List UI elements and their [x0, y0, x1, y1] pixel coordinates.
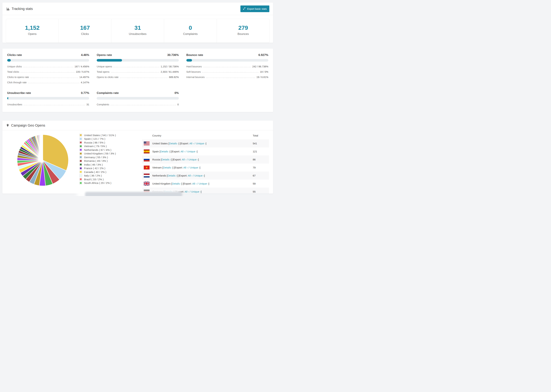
export-all-link[interactable]: All › [192, 182, 197, 185]
legend-item-south-africa[interactable]: South Africa ( 29 / 2% ) [79, 181, 142, 185]
legend-label: Romania ( 49 / 3% ) [84, 159, 108, 163]
total-value: 86 [253, 158, 269, 161]
legend-item-spain[interactable]: Spain ( 121 / 7% ) [79, 137, 142, 141]
table-header-country: Country [142, 134, 253, 137]
country-links: Spain [Details ›] [Export: All › / Uniqu… [152, 150, 198, 153]
legend-label: Brazil ( 33 / 2% ) [84, 177, 104, 181]
legend-item-germany[interactable]: Germany ( 55 / 3% ) [79, 155, 142, 159]
country-cell: Spain [Details ›] [Export: All › / Uniqu… [142, 149, 253, 154]
legend-item-romania[interactable]: Romania ( 49 / 3% ) [79, 159, 142, 163]
export-basic-stats-button[interactable]: Export basic stats [240, 6, 269, 12]
progress-bar [97, 97, 179, 99]
rate-row-value: 14.497% [79, 76, 89, 78]
export-unique-link[interactable]: Unique › [187, 150, 197, 153]
campaign-geo-opens-card: Campaign Geo Opens United States ( 541 /… [2, 121, 273, 194]
legend-item-canada[interactable]: Canada ( 40 / 2% ) [79, 170, 142, 174]
rate-row-label: Opens to clicks rate [97, 76, 118, 78]
details-link[interactable]: Details › [169, 142, 178, 145]
export-separator[interactable]: / [189, 190, 191, 193]
details-link[interactable]: Details › [162, 158, 171, 161]
rate-row-label: Unique opens [97, 65, 112, 68]
export-separator[interactable]: / [185, 150, 187, 153]
export-unique-link[interactable]: Unique › [194, 174, 204, 177]
export-all-link[interactable]: All › [184, 190, 189, 193]
rate-row: Unique opens1,152 / 30.736% [97, 65, 179, 68]
country-name: United Kingdom [152, 182, 171, 185]
rate-row: Unsubscribes31 [7, 103, 89, 106]
rate-head: Bounce rate6.927% [186, 53, 268, 57]
geo-card-header: Campaign Geo Opens [2, 121, 273, 130]
legend-item-italy[interactable]: Italy ( 36 / 2% ) [79, 174, 142, 177]
details-link[interactable]: Details › [160, 150, 170, 153]
export-icon [243, 7, 246, 10]
export-unique-link[interactable]: Unique › [188, 158, 198, 161]
legend-label: Netherlands ( 67 / 4% ) [84, 148, 111, 152]
legend-label: France ( 42 / 2% ) [84, 166, 105, 170]
stat-card-unsubscribes: 31Unsubscribes [111, 19, 164, 42]
rate-row: Unique clicks167 / 4.456% [7, 65, 89, 68]
export-unique-link[interactable]: Unique › [199, 182, 209, 185]
legend-item-russia[interactable]: Russia ( 86 / 5% ) [79, 141, 142, 145]
dotted-leader [23, 105, 85, 105]
legend-item-united-kingdom[interactable]: United Kingdom ( 59 / 3% ) [79, 152, 142, 155]
legend-swatch [79, 148, 82, 151]
export-all-link[interactable]: All › [182, 158, 186, 161]
progress-fill [7, 97, 8, 99]
country-links: Netherlands [Details ›] [Export: All › /… [152, 174, 205, 177]
export-separator[interactable]: / [192, 174, 194, 177]
stat-value: 0 [165, 25, 216, 31]
stat-summary: 1,152Opens167Clicks31Unsubscribes0Compla… [6, 19, 270, 43]
country-links: Vietnam [Details ›] [Export: All › / Uni… [152, 166, 200, 169]
progress-bar [7, 97, 89, 99]
rate-value: 30.736% [167, 53, 179, 57]
stat-label: Unsubscribes [113, 32, 163, 36]
details-link[interactable]: Details › [163, 166, 172, 169]
bracket-text: ] [Export: [178, 142, 189, 145]
stat-value: 31 [113, 25, 163, 31]
map-pin-icon [6, 124, 9, 127]
bracket-text: ] [200, 166, 200, 169]
export-separator[interactable]: / [186, 158, 188, 161]
export-all-link[interactable]: All › [190, 142, 194, 145]
export-all-link[interactable]: All › [188, 174, 192, 177]
country-name: Spain [152, 150, 160, 153]
legend-label: United States ( 541 / 31% ) [84, 133, 116, 137]
rate-row-value: 4.147% [81, 81, 89, 84]
bar-chart-icon [6, 7, 10, 11]
legend-label: India ( 46 / 3% ) [84, 163, 103, 167]
details-link[interactable]: Details › [168, 174, 177, 177]
legend-swatch [79, 182, 82, 184]
legend-item-india[interactable]: India ( 46 / 3% ) [79, 163, 142, 167]
export-unique-link[interactable]: Unique › [196, 142, 206, 145]
country-name: Russia [152, 158, 161, 161]
rate-title: Clicks rate [7, 53, 22, 57]
rate-rows: Unique opens1,152 / 30.736%Total opens2,… [97, 65, 179, 78]
total-value: 79 [253, 166, 269, 169]
stat-value: 1,152 [7, 25, 57, 31]
country-cell: Netherlands [Details ›] [Export: All › /… [142, 174, 253, 177]
country-flag-gb [144, 182, 149, 186]
tracking-stats-card: Tracking stats Export basic stats 1,152O… [2, 3, 273, 43]
tracking-card-title: Tracking stats [6, 7, 33, 11]
export-all-link[interactable]: All › [184, 166, 188, 169]
legend-swatch [79, 138, 82, 140]
legend-item-france[interactable]: France ( 42 / 2% ) [79, 166, 142, 170]
export-all-link[interactable]: All › [181, 150, 185, 153]
export-separator[interactable]: / [188, 166, 190, 169]
stat-label: Complaints [165, 32, 216, 36]
legend-item-vietnam[interactable]: Vietnam ( 79 / 5% ) [79, 144, 142, 148]
export-unique-link[interactable]: Unique › [191, 190, 201, 193]
legend-item-united-states[interactable]: United States ( 541 / 31% ) [79, 133, 142, 137]
legend-item-netherlands[interactable]: Netherlands ( 67 / 4% ) [79, 148, 142, 152]
rate-row: Internal bounces19 / 6.81% [186, 76, 268, 78]
export-separator[interactable]: / [194, 142, 196, 145]
stat-card-clicks: 167Clicks [59, 19, 111, 42]
legend-item-brazil[interactable]: Brazil ( 33 / 2% ) [79, 177, 142, 181]
pie-slice-other[interactable] [42, 135, 43, 160]
details-link[interactable]: Details › [172, 182, 181, 185]
export-separator[interactable]: / [197, 182, 199, 185]
geo-legend: United States ( 541 / 31% )Spain ( 121 /… [79, 130, 142, 194]
rate-row-value: 220 / 5.87% [76, 70, 89, 73]
export-unique-link[interactable]: Unique › [190, 166, 200, 169]
rate-row: Total opens2,303 / 61.446% [97, 70, 179, 73]
